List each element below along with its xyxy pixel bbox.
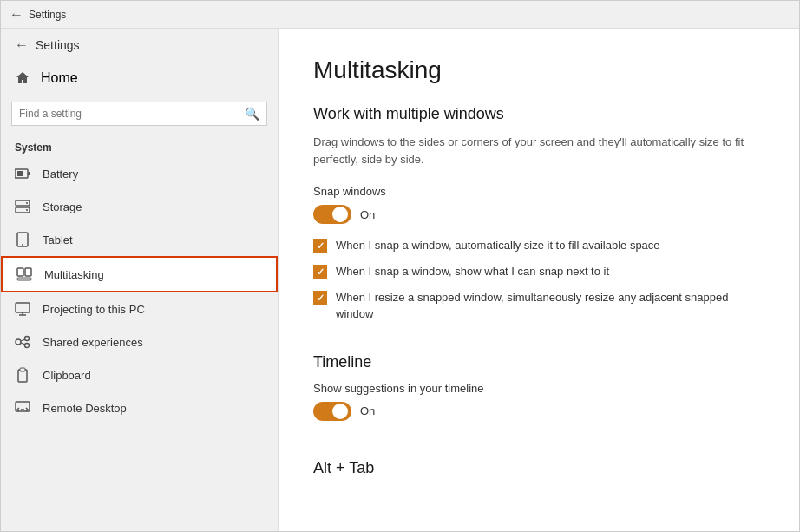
home-icon — [15, 70, 30, 86]
storage-icon — [15, 199, 30, 214]
snap-checkbox-2: When I snap a window, show what I can sn… — [313, 264, 764, 279]
sidebar-item-remote[interactable]: Remote Desktop — [1, 391, 278, 424]
projecting-icon — [15, 301, 30, 317]
sidebar-settings-label: Settings — [36, 38, 80, 52]
shared-icon — [15, 334, 30, 350]
title-bar-text: Settings — [29, 9, 66, 21]
sidebar-multitasking-label: Multitasking — [44, 268, 104, 281]
sidebar-clipboard-label: Clipboard — [43, 369, 91, 382]
sidebar-remote-label: Remote Desktop — [43, 402, 127, 415]
timeline-toggle-label: On — [360, 404, 375, 417]
page-title: Multitasking — [313, 56, 764, 84]
back-icon: ← — [15, 37, 29, 53]
snap-section-title: Work with multiple windows — [313, 105, 764, 123]
sidebar-item-tablet[interactable]: Tablet — [1, 223, 278, 256]
snap-checkbox-1-label: When I snap a window, automatically size… — [336, 238, 660, 253]
svg-point-16 — [25, 337, 30, 341]
sidebar-item-multitasking[interactable]: Multitasking — [1, 256, 278, 292]
sidebar-item-clipboard[interactable]: Clipboard — [1, 358, 278, 391]
svg-line-19 — [21, 343, 25, 345]
svg-rect-9 — [17, 268, 23, 276]
search-icon: 🔍 — [245, 107, 259, 121]
sidebar-back-button[interactable]: ← Settings — [1, 29, 278, 62]
snap-section-desc: Drag windows to the sides or corners of … — [313, 134, 764, 167]
svg-rect-11 — [17, 278, 31, 280]
svg-point-6 — [26, 209, 28, 211]
snap-checkbox-3: When I resize a snapped window, simultan… — [313, 290, 764, 321]
sidebar-item-storage[interactable]: Storage — [1, 190, 278, 223]
snap-checkbox-2-label: When I snap a window, show what I can sn… — [336, 264, 609, 279]
svg-point-5 — [26, 202, 28, 204]
sidebar-item-shared[interactable]: Shared experiences — [1, 325, 278, 358]
svg-rect-10 — [25, 268, 31, 276]
timeline-toggle[interactable] — [313, 402, 351, 421]
sidebar-item-battery[interactable]: Battery — [1, 157, 278, 190]
snap-checkbox-1: When I snap a window, automatically size… — [313, 238, 764, 253]
clipboard-icon — [15, 367, 30, 383]
sidebar-storage-label: Storage — [43, 200, 82, 213]
title-bar: ← Settings — [1, 1, 799, 29]
snap-checkbox-2-box[interactable] — [313, 265, 327, 279]
main-content: Multitasking Work with multiple windows … — [279, 29, 799, 531]
svg-point-15 — [16, 339, 21, 345]
sidebar: ← Settings Home 🔍 System — [1, 29, 279, 531]
timeline-section-title: Timeline — [313, 353, 764, 371]
sidebar-shared-label: Shared experiences — [43, 336, 143, 349]
svg-point-8 — [22, 244, 23, 246]
timeline-setting-label: Show suggestions in your timeline — [313, 382, 764, 395]
svg-point-17 — [25, 344, 30, 348]
snap-checkbox-3-label: When I resize a snapped window, simultan… — [336, 290, 764, 321]
svg-rect-1 — [17, 171, 23, 176]
sidebar-system-label: System — [1, 133, 278, 157]
snap-checkbox-1-box[interactable] — [313, 239, 327, 253]
sidebar-projecting-label: Projecting to this PC — [43, 303, 145, 316]
battery-icon — [15, 166, 30, 181]
svg-line-18 — [21, 339, 25, 341]
snap-toggle-row: On — [313, 205, 764, 224]
sidebar-battery-label: Battery — [43, 167, 78, 181]
multitasking-icon — [16, 266, 32, 282]
sidebar-home-label: Home — [41, 70, 78, 86]
tablet-icon — [15, 232, 30, 247]
snap-toggle[interactable] — [313, 205, 351, 224]
snap-checkbox-3-box[interactable] — [313, 291, 327, 305]
timeline-toggle-row: On — [313, 402, 764, 421]
svg-rect-21 — [20, 368, 25, 371]
sidebar-tablet-label: Tablet — [43, 233, 73, 246]
snap-toggle-label: On — [360, 208, 375, 221]
sidebar-item-projecting[interactable]: Projecting to this PC — [1, 292, 278, 325]
sidebar-search-box[interactable]: 🔍 — [11, 102, 267, 126]
svg-rect-2 — [28, 172, 30, 175]
snap-windows-label: Snap windows — [313, 185, 764, 198]
sidebar-item-home[interactable]: Home — [1, 62, 278, 95]
alt-tab-section-title: Alt + Tab — [313, 459, 764, 477]
search-input[interactable] — [19, 108, 239, 120]
remote-icon — [15, 400, 30, 416]
window-back-arrow[interactable]: ← — [10, 7, 23, 23]
svg-rect-12 — [16, 303, 30, 312]
